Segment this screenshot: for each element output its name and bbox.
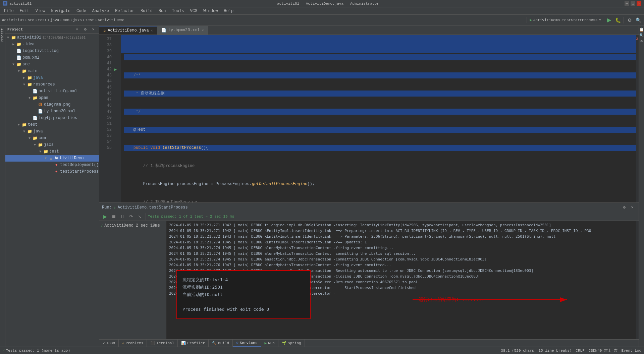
close-run-button[interactable]: ✕ bbox=[629, 204, 636, 211]
menu-view[interactable]: View bbox=[33, 8, 48, 14]
tree-item-src[interactable]: ▼ 📁 src bbox=[5, 61, 99, 68]
tree-item-jsxs[interactable]: ▼ 📁 jsxs bbox=[5, 141, 99, 148]
menu-tools[interactable]: Tools bbox=[169, 8, 187, 14]
step-over-button[interactable]: ↷ bbox=[127, 213, 135, 220]
event-log-button[interactable]: Event Log bbox=[622, 349, 641, 353]
bottom-panel: Run: ☕ ActivitiDemo.testStartProcess ⚙ ✕… bbox=[99, 202, 639, 347]
tab-build[interactable]: 🔨 Build bbox=[209, 340, 233, 347]
maximize-button[interactable]: □ bbox=[631, 1, 635, 6]
output-scrollbar[interactable] bbox=[636, 221, 639, 339]
window-controls[interactable]: ─ □ ✕ bbox=[625, 1, 641, 6]
tab-profiler[interactable]: 📊 Profiler bbox=[178, 340, 209, 347]
minimize-button[interactable]: ─ bbox=[625, 1, 629, 6]
result-line-3: 当前活动的ID:null bbox=[182, 291, 305, 298]
settings-panel-button[interactable]: ⚙ bbox=[82, 26, 89, 33]
tree-item-cfg[interactable]: ▶ 📄 activiti.cfg.xml bbox=[5, 88, 99, 95]
tab-activiti-demo[interactable]: ☕ ActivitiDemo.java ✕ bbox=[99, 26, 157, 35]
close-button[interactable]: ✕ bbox=[637, 1, 641, 6]
tree-item-bpmn20[interactable]: ▶ 📄 ty.bpmn20.xml bbox=[5, 108, 99, 115]
status-tests-passed[interactable]: ✓ Tests passed: 1 (moments ago) bbox=[3, 348, 70, 353]
result-line-4 bbox=[182, 298, 305, 306]
tab-bpmn[interactable]: 📄 ty.bpmn20.xml ✕ bbox=[157, 26, 208, 35]
terminal-icon: ⬛ bbox=[150, 341, 155, 345]
tree-item-test[interactable]: ▼ 📁 test bbox=[5, 121, 99, 128]
tree-item-idea[interactable]: ▶ 📁 .idea bbox=[5, 41, 99, 48]
menu-bar: File Edit View Navigate Code Analyze Ref… bbox=[0, 7, 644, 15]
tree-item-pom[interactable]: ▶ 📄 pom.xml bbox=[5, 54, 99, 61]
right-icon-3[interactable]: ⚙ bbox=[640, 38, 643, 44]
menu-analyze[interactable]: Analyze bbox=[90, 8, 112, 14]
tab-close-bpmn-button[interactable]: ✕ bbox=[202, 28, 204, 32]
status-bar: ✓ Tests passed: 1 (moments ago) 38:1 (52… bbox=[0, 347, 644, 354]
run-config-selector[interactable]: ▶ ActivitiDemo.testStartProcess ▾ bbox=[527, 17, 604, 23]
tree-src-label: src bbox=[22, 62, 30, 67]
status-position[interactable]: 38:1 (520 chars, 15 line breaks) bbox=[501, 349, 572, 353]
tab-problems[interactable]: ⚠ Problems bbox=[119, 340, 147, 347]
menu-file[interactable]: File bbox=[1, 8, 16, 14]
search-everywhere-button[interactable]: 🔍 bbox=[635, 16, 642, 24]
menu-vcs[interactable]: VCS bbox=[187, 8, 200, 14]
tree-item-test-inner[interactable]: ▼ 📁 test bbox=[5, 148, 99, 155]
menu-run[interactable]: Run bbox=[156, 8, 169, 14]
run-config-icon2: ☕ bbox=[114, 205, 116, 210]
right-icon-1[interactable]: 📋 bbox=[639, 27, 644, 33]
main-layout: Project Project ≡ ⚙ ✕ ▼ 📁 activiti01 E:\… bbox=[0, 25, 644, 347]
tree-deployment-label: testDeployment():void bbox=[60, 163, 99, 167]
tab-spring-label: Spring bbox=[288, 341, 301, 345]
menu-help[interactable]: Help bbox=[221, 8, 236, 14]
tree-item-log4j[interactable]: ▶ 📄 log4j.properties bbox=[5, 115, 99, 121]
stop-button[interactable]: ⏹ bbox=[110, 213, 117, 220]
menu-refactor[interactable]: Refactor bbox=[112, 8, 137, 14]
ln-43: 43 bbox=[99, 72, 114, 78]
tab-close-button[interactable]: ✕ bbox=[151, 28, 153, 33]
tree-root[interactable]: ▼ 📁 activiti01 E:\Idea项目\activiti01 bbox=[5, 34, 99, 41]
run-toolbar-sep bbox=[146, 213, 146, 220]
resources-folder-icon: 📁 bbox=[27, 82, 32, 87]
tree-item-resources[interactable]: ▼ 📁 resources bbox=[5, 81, 99, 88]
tree-item-test-deployment[interactable]: ▶ ● testDeployment():void bbox=[5, 162, 99, 168]
code-line-39: * 启动流程实例 bbox=[124, 91, 636, 97]
menu-window[interactable]: Window bbox=[201, 8, 220, 14]
code-content[interactable]: /** * 启动流程实例 */ @Test public void testSt… bbox=[121, 35, 636, 202]
tree-item-com[interactable]: ▼ 📁 com bbox=[5, 135, 99, 141]
debug-button[interactable]: 🐛 bbox=[614, 16, 622, 24]
run-gutter-icon[interactable]: ▶ bbox=[114, 67, 117, 72]
right-icon-2[interactable]: 🔍 bbox=[639, 33, 644, 38]
tree-item-png[interactable]: ▶ 🖼 diagram.png bbox=[5, 101, 99, 108]
project-tool-label[interactable]: Project bbox=[1, 28, 4, 42]
code-line-43: // 1.获取processEngine bbox=[124, 163, 636, 169]
close-panel-button[interactable]: ✕ bbox=[90, 26, 97, 33]
tree-item-activiti-demo[interactable]: ▼ ☕ ActivitiDemo bbox=[5, 155, 99, 162]
tab-terminal[interactable]: ⬛ Terminal bbox=[147, 340, 178, 347]
menu-navigate[interactable]: Navigate bbox=[48, 8, 73, 14]
collapse-all-button[interactable]: ≡ bbox=[73, 26, 81, 33]
status-encoding[interactable]: CRLF bbox=[576, 349, 584, 353]
run-button[interactable]: ▶ bbox=[605, 16, 613, 24]
check-status-icon: ✓ bbox=[3, 348, 5, 353]
menu-edit[interactable]: Edit bbox=[17, 8, 32, 14]
gutter-40 bbox=[114, 54, 121, 60]
tree-item-test-start-process[interactable]: ▶ ● testStartProcess():void bbox=[5, 168, 99, 175]
run-panel-buttons: ⚙ ✕ bbox=[621, 204, 636, 211]
tab-spring[interactable]: 🌱 Spring bbox=[278, 340, 305, 347]
tree-item-java[interactable]: ▶ 📁 java bbox=[5, 74, 99, 81]
pause-button[interactable]: ⏸ bbox=[119, 213, 126, 220]
tree-item-test-java[interactable]: ▼ 📁 java bbox=[5, 128, 99, 135]
run-tree-item-demo[interactable]: ✓ ActivitiDemo 2 sec 19ms bbox=[101, 222, 165, 229]
tree-pom-label: pom.xml bbox=[22, 55, 39, 60]
tab-todo[interactable]: ✓ TODO bbox=[99, 340, 119, 347]
step-in-button[interactable]: ↘ bbox=[136, 213, 144, 220]
settings-button[interactable]: ⚙ bbox=[626, 16, 633, 24]
menu-build[interactable]: Build bbox=[138, 8, 155, 14]
output-line-8: 2024-01-05 18:35:21,276 1947 [ main] DEB… bbox=[169, 262, 633, 268]
tree-item-main[interactable]: ▼ 📁 main bbox=[5, 68, 99, 74]
tree-item-bpmn[interactable]: ▼ 📁 bpmn bbox=[5, 95, 99, 101]
tree-item-log[interactable]: ▶ 📄 logactiviti.log bbox=[5, 48, 99, 54]
run-body: ✓ ActivitiDemo 2 sec 19ms 2024-01-05 18:… bbox=[99, 221, 639, 339]
tab-run[interactable]: ▶ Run bbox=[261, 340, 278, 347]
tab-services[interactable]: ⚙ Services bbox=[233, 340, 261, 347]
settings-run-button[interactable]: ⚙ bbox=[621, 204, 628, 211]
status-charset[interactable]: CSDN40-吉士-吉 bbox=[589, 348, 618, 353]
menu-code[interactable]: Code bbox=[74, 8, 89, 14]
rerun-button[interactable]: ▶ bbox=[101, 213, 109, 220]
